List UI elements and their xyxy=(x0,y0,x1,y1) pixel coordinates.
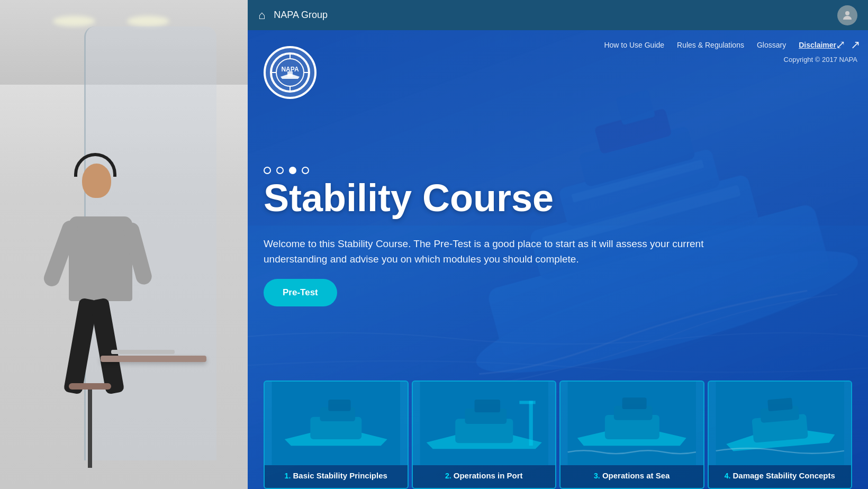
glossary-link[interactable]: Glossary xyxy=(757,41,786,49)
svg-rect-28 xyxy=(529,401,532,446)
svg-rect-37 xyxy=(767,398,793,412)
card-ship-svg-4 xyxy=(709,382,852,465)
main-content-panel: ⌂ NAPA Group ⤢ ↗ How to Use Guide Rules … xyxy=(248,0,868,489)
user-avatar[interactable] xyxy=(837,5,857,25)
card-title-1: 1. Basic Stability Principles xyxy=(271,470,401,481)
ceiling-light-2 xyxy=(127,16,169,26)
card-number-2: 2. xyxy=(445,472,451,480)
laptop xyxy=(111,350,175,354)
card-label-2: 2. Operations in Port xyxy=(413,465,556,488)
napa-logo: NAPA xyxy=(264,46,317,99)
svg-rect-33 xyxy=(622,397,647,409)
card-label-1: 1. Basic Stability Principles xyxy=(265,465,408,488)
left-photo-panel xyxy=(0,0,248,489)
card-title-4: 4. Damage Stability Concepts xyxy=(715,470,845,481)
course-card-3[interactable]: 3. Operations at Sea xyxy=(559,381,704,489)
card-label-3: 3. Operations at Sea xyxy=(560,465,703,488)
svg-rect-23 xyxy=(328,400,350,411)
rules-regulations-link[interactable]: Rules & Regulations xyxy=(677,41,744,49)
card-number-3: 3. xyxy=(594,472,600,480)
person-figure xyxy=(26,97,228,468)
stool-leg xyxy=(88,390,92,468)
svg-point-11 xyxy=(845,11,849,15)
desk xyxy=(101,356,206,362)
svg-rect-27 xyxy=(474,400,500,412)
fullscreen-icon[interactable]: ⤢ xyxy=(836,38,845,52)
carousel-dots xyxy=(264,167,309,174)
card-image-1 xyxy=(265,382,408,465)
pre-test-button[interactable]: Pre-Test xyxy=(264,279,337,306)
carousel-dot-2[interactable] xyxy=(276,167,284,174)
stool xyxy=(69,383,111,468)
copyright-text: Copyright © 2017 NAPA xyxy=(784,56,857,64)
corner-icons: ⤢ ↗ xyxy=(836,38,860,52)
card-number-4: 4. xyxy=(725,472,731,480)
user-icon xyxy=(841,9,854,22)
card-title-3: 3. Operations at Sea xyxy=(567,470,697,481)
card-image-2 xyxy=(413,382,556,465)
svg-rect-29 xyxy=(519,401,535,404)
top-navigation: ⌂ NAPA Group xyxy=(248,0,868,30)
main-heading: Stability Course xyxy=(264,177,554,219)
headphones xyxy=(74,153,116,177)
carousel-dot-1[interactable] xyxy=(264,167,271,174)
card-label-4: 4. Damage Stability Concepts xyxy=(709,465,852,488)
main-subtitle: Welcome to this Stability Course. The Pr… xyxy=(264,237,762,267)
svg-rect-15 xyxy=(287,71,293,77)
home-icon[interactable]: ⌂ xyxy=(258,8,265,22)
napa-logo-svg: NAPA xyxy=(269,51,311,94)
ceiling-light-1 xyxy=(53,16,95,26)
content-area: ⤢ ↗ How to Use Guide Rules & Regulations… xyxy=(248,30,868,489)
human-leg-right xyxy=(90,297,125,394)
card-ship-svg-3 xyxy=(560,382,703,465)
napa-logo-circle: NAPA xyxy=(264,46,317,99)
card-number-1: 1. xyxy=(285,472,291,480)
course-card-2[interactable]: 2. Operations in Port xyxy=(412,381,557,489)
disclaimer-link[interactable]: Disclaimer xyxy=(799,41,836,49)
course-card-4[interactable]: 4. Damage Stability Concepts xyxy=(708,381,853,489)
course-card-1[interactable]: 1. Basic Stability Principles xyxy=(264,381,409,489)
card-ship-svg-1 xyxy=(265,382,408,465)
nav-title: NAPA Group xyxy=(274,10,328,21)
stool-seat xyxy=(69,383,111,390)
carousel-dot-3[interactable] xyxy=(289,167,296,174)
external-link-icon[interactable]: ↗ xyxy=(851,38,860,52)
course-cards-container: 1. Basic Stability Principles xyxy=(248,381,868,489)
card-image-3 xyxy=(560,382,703,465)
card-image-4 xyxy=(709,382,852,465)
card-ship-svg-2 xyxy=(413,382,556,465)
how-to-use-link[interactable]: How to Use Guide xyxy=(604,41,664,49)
header-links: How to Use Guide Rules & Regulations Glo… xyxy=(604,41,836,49)
human-torso xyxy=(69,216,132,301)
carousel-dot-4[interactable] xyxy=(302,167,309,174)
card-title-2: 2. Operations in Port xyxy=(419,470,549,481)
